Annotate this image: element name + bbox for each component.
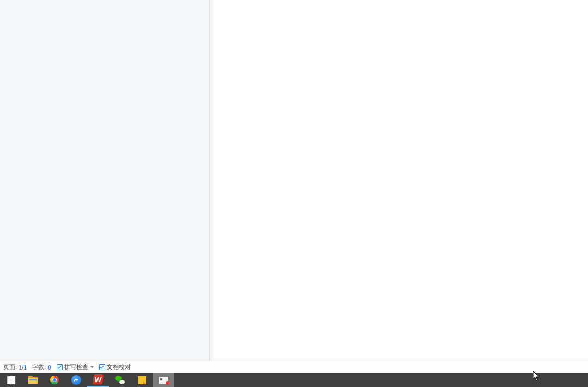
taskbar-chrome[interactable]: [44, 373, 65, 387]
page-value: 1/1: [19, 364, 27, 371]
word-count-value: 0: [47, 364, 51, 371]
page-indicator[interactable]: 页面: 1/1: [3, 363, 27, 371]
taskbar-screen-recorder[interactable]: [153, 373, 174, 387]
page-shadow: [210, 0, 214, 361]
wps-icon: W: [93, 374, 104, 384]
taskbar-wechat[interactable]: [109, 373, 131, 387]
spellcheck-icon: [57, 364, 63, 370]
taskbar-file-explorer[interactable]: [22, 373, 44, 387]
status-bar: 页面: 1/1 字数: 0 拼写检查 文档校对: [0, 361, 588, 373]
screen-recorder-icon: [159, 377, 168, 384]
page-label: 页面:: [3, 363, 17, 371]
taskbar-sticky-notes[interactable]: [131, 373, 153, 387]
chevron-down-icon: [90, 366, 94, 368]
app-container: 页面: 1/1 字数: 0 拼写检查 文档校对 W: [0, 0, 588, 387]
proofread-label: 文档校对: [107, 363, 131, 371]
chrome-icon: [50, 376, 59, 384]
spellcheck-button[interactable]: 拼写检查: [57, 363, 94, 371]
taskbar: W: [0, 373, 588, 387]
word-count-indicator[interactable]: 字数: 0: [32, 363, 51, 371]
wechat-icon: [115, 376, 125, 384]
word-count-label: 字数:: [32, 363, 46, 371]
side-panel: [0, 0, 210, 361]
file-explorer-icon: [28, 377, 38, 384]
bird-icon: [71, 375, 81, 385]
start-button[interactable]: [0, 373, 22, 387]
proofread-icon: [99, 364, 105, 370]
document-area[interactable]: [210, 0, 588, 361]
taskbar-wps[interactable]: W: [87, 373, 109, 387]
spellcheck-label: 拼写检查: [64, 363, 88, 371]
taskbar-browser[interactable]: [65, 373, 87, 387]
proofread-button[interactable]: 文档校对: [99, 363, 131, 371]
main-area: [0, 0, 588, 361]
windows-icon: [7, 376, 15, 384]
sticky-note-icon: [138, 376, 146, 384]
